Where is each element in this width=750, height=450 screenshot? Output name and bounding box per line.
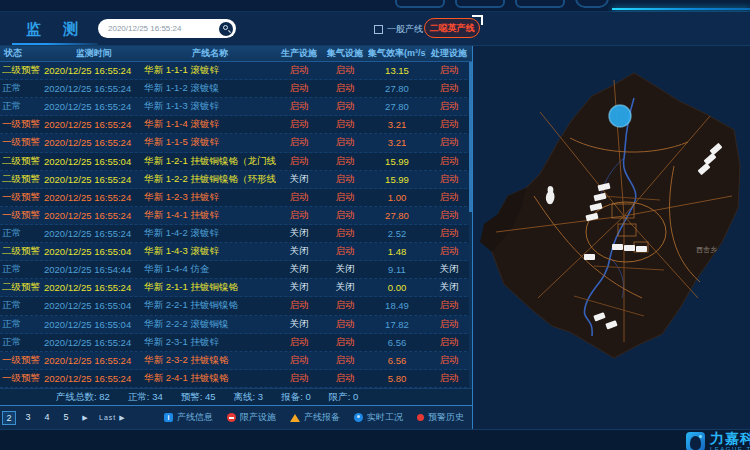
legend-info-button[interactable]: i产线信息 bbox=[164, 411, 213, 424]
gas-facility-cell: 启动 bbox=[322, 209, 368, 222]
efficiency-cell: 1.00 bbox=[368, 192, 426, 203]
line-name-cell: 华新 2-4-1 挂镀镍铬 bbox=[144, 372, 276, 385]
city-map[interactable]: 西舍乡 bbox=[474, 46, 750, 429]
table-row[interactable]: 正常2020/12/25 16:54:44华新 1-4-4 仿金关闭关闭9.11… bbox=[0, 261, 472, 279]
time-cell: 2020/12/25 16:55:24 bbox=[44, 228, 144, 239]
page-button-5[interactable]: 5 bbox=[59, 411, 73, 425]
production-facility-cell: 启动 bbox=[276, 354, 322, 367]
line-name-cell: 华新 1-1-4 滚镀锌 bbox=[144, 118, 276, 131]
table-row[interactable]: 正常2020/12/25 16:55:24华新 1-1-3 滚镀锌启动启动27.… bbox=[0, 98, 472, 116]
production-facility-cell: 启动 bbox=[276, 64, 322, 77]
efficiency-cell: 27.80 bbox=[368, 101, 426, 112]
summary-item: 离线: 3 bbox=[234, 391, 264, 404]
title-underline bbox=[12, 43, 98, 45]
production-facility-cell: 启动 bbox=[276, 100, 322, 113]
summary-item: 预警: 45 bbox=[181, 391, 216, 404]
legend-label: 实时工况 bbox=[367, 411, 403, 424]
status-cell: 一级预警 bbox=[0, 209, 44, 222]
scrollbar-thumb[interactable] bbox=[469, 62, 472, 212]
table-row[interactable]: 正常2020/12/25 16:55:04华新 2-2-1 挂镀铜镍铬启动启动1… bbox=[0, 297, 472, 315]
table-row[interactable]: 一级预警2020/12/25 16:55:24华新 1-4-1 挂镀锌启动启动2… bbox=[0, 207, 472, 225]
line-name-cell: 华新 1-4-3 滚镀锌 bbox=[144, 245, 276, 258]
line-name-cell: 华新 2-3-2 挂镀镍铬 bbox=[144, 354, 276, 367]
efficiency-cell: 6.56 bbox=[368, 355, 426, 366]
status-cell: 正常 bbox=[0, 227, 44, 240]
table-row[interactable]: 正常2020/12/25 16:55:04华新 2-2-2 滚镀铜镍关闭启动17… bbox=[0, 316, 472, 334]
time-cell: 2020/12/25 16:55:24 bbox=[44, 119, 144, 130]
table-row[interactable]: 二级预警2020/12/25 16:55:24华新 1-2-2 挂镀铜镍铬（环形… bbox=[0, 171, 472, 189]
treatment-facility-cell: 关闭 bbox=[426, 263, 472, 276]
table-row[interactable]: 一级预警2020/12/25 16:55:24华新 2-4-1 挂镀镍铬启动启动… bbox=[0, 370, 472, 388]
search-input[interactable] bbox=[108, 24, 219, 33]
monitor-table-panel: 状态监测时间产线名称生产设施集气设施集气效率(m³/s)处理设施 二级预警202… bbox=[0, 46, 473, 429]
page-button-4[interactable]: 4 bbox=[40, 411, 54, 425]
status-cell: 二级预警 bbox=[0, 281, 44, 294]
efficiency-cell: 3.21 bbox=[368, 137, 426, 148]
gas-facility-cell: 启动 bbox=[322, 372, 368, 385]
brand-logo-icon bbox=[686, 432, 705, 450]
status-cell: 一级预警 bbox=[0, 372, 44, 385]
legend-limit-button[interactable]: 限产设施 bbox=[227, 411, 276, 424]
table-row[interactable]: 二级预警2020/12/25 16:55:04华新 1-2-1 挂镀铜镍铬（龙门… bbox=[0, 153, 472, 171]
line-name-cell: 华新 2-3-1 挂镀锌 bbox=[144, 336, 276, 349]
gas-facility-cell: 启动 bbox=[322, 191, 368, 204]
search-button[interactable] bbox=[219, 22, 233, 36]
time-cell: 2020/12/25 16:55:24 bbox=[44, 373, 144, 384]
treatment-facility-cell: 启动 bbox=[426, 245, 472, 258]
search-icon bbox=[223, 25, 228, 30]
status-cell: 正常 bbox=[0, 299, 44, 312]
status-cell: 二级预警 bbox=[0, 173, 44, 186]
table-row[interactable]: 一级预警2020/12/25 16:55:24华新 1-1-5 滚镀锌启动启动3… bbox=[0, 134, 472, 152]
efficiency-cell: 1.48 bbox=[368, 246, 426, 257]
table-row[interactable]: 二级预警2020/12/25 16:55:04华新 1-4-3 滚镀锌关闭启动1… bbox=[0, 243, 472, 261]
legend-rt-button[interactable]: 实时工况 bbox=[354, 411, 403, 424]
legend-history-button[interactable]: 预警历史 bbox=[417, 411, 464, 424]
page-button-3[interactable]: 3 bbox=[21, 411, 35, 425]
efficiency-cell: 27.80 bbox=[368, 83, 426, 94]
line-name-cell: 华新 1-1-2 滚镀镍 bbox=[144, 82, 276, 95]
table-row[interactable]: 一级预警2020/12/25 16:55:24华新 2-3-2 挂镀镍铬启动启动… bbox=[0, 352, 472, 370]
treatment-facility-cell: 启动 bbox=[426, 155, 472, 168]
limit-icon bbox=[227, 413, 236, 422]
treatment-facility-cell: 启动 bbox=[426, 136, 472, 149]
gas-facility-cell: 启动 bbox=[322, 245, 368, 258]
production-facility-cell: 启动 bbox=[276, 336, 322, 349]
gas-facility-cell: 启动 bbox=[322, 64, 368, 77]
column-header: 处理设施 bbox=[426, 47, 472, 60]
page-button-2[interactable]: 2 bbox=[2, 411, 16, 425]
line-name-cell: 华新 1-1-3 滚镀锌 bbox=[144, 100, 276, 113]
treatment-facility-cell: 启动 bbox=[426, 64, 472, 77]
table-row[interactable]: 正常2020/12/25 16:55:24华新 2-3-1 挂镀锌启动启动6.5… bbox=[0, 334, 472, 352]
treatment-facility-cell: 启动 bbox=[426, 354, 472, 367]
general-line-checkbox[interactable]: 一般产线 bbox=[374, 23, 423, 36]
production-facility-cell: 关闭 bbox=[276, 245, 322, 258]
line-name-cell: 华新 1-1-1 滚镀锌 bbox=[144, 64, 276, 77]
production-facility-cell: 启动 bbox=[276, 191, 322, 204]
time-cell: 2020/12/25 16:55:24 bbox=[44, 174, 144, 185]
brand-name: 力嘉科技 bbox=[710, 431, 750, 445]
dioxin-line-button[interactable]: 二噁英产线 bbox=[424, 18, 480, 38]
table-row[interactable]: 二级预警2020/12/25 16:55:24华新 2-1-1 挂镀铜镍铬关闭关… bbox=[0, 279, 472, 297]
table-row[interactable]: 二级预警2020/12/25 16:55:24华新 1-1-1 滚镀锌启动启动1… bbox=[0, 62, 472, 80]
table-row[interactable]: 正常2020/12/25 16:55:24华新 1-4-2 滚镀锌关闭启动2.5… bbox=[0, 225, 472, 243]
gas-facility-cell: 启动 bbox=[322, 82, 368, 95]
summary-item: 正常: 34 bbox=[128, 391, 163, 404]
table-row[interactable]: 一级预警2020/12/25 16:55:24华新 1-1-4 滚镀锌启动启动3… bbox=[0, 116, 472, 134]
treatment-facility-cell: 关闭 bbox=[426, 281, 472, 294]
line-name-cell: 华新 2-2-1 挂镀铜镍铬 bbox=[144, 299, 276, 312]
treatment-facility-cell: 启动 bbox=[426, 173, 472, 186]
gas-facility-cell: 启动 bbox=[322, 173, 368, 186]
next-page-button[interactable]: ▶ bbox=[78, 411, 92, 425]
treatment-facility-cell: 启动 bbox=[426, 118, 472, 131]
legend-report-button[interactable]: 产线报备 bbox=[290, 411, 340, 424]
table-row[interactable]: 一级预警2020/12/25 16:55:24华新 1-2-3 挂镀锌启动启动1… bbox=[0, 189, 472, 207]
time-cell: 2020/12/25 16:55:24 bbox=[44, 137, 144, 148]
production-facility-cell: 启动 bbox=[276, 82, 322, 95]
page-title: 监 测 bbox=[26, 20, 87, 39]
column-header: 产线名称 bbox=[144, 47, 276, 60]
table-row[interactable]: 正常2020/12/25 16:55:24华新 1-1-2 滚镀镍启动启动27.… bbox=[0, 80, 472, 98]
pagination: 2345▶Last ▶ bbox=[2, 411, 128, 425]
gas-facility-cell: 启动 bbox=[322, 299, 368, 312]
bottom-toolbar: 2345▶Last ▶ i产线信息限产设施产线报备实时工况预警历史 bbox=[0, 405, 472, 429]
last-page-button[interactable]: Last ▶ bbox=[97, 411, 128, 425]
